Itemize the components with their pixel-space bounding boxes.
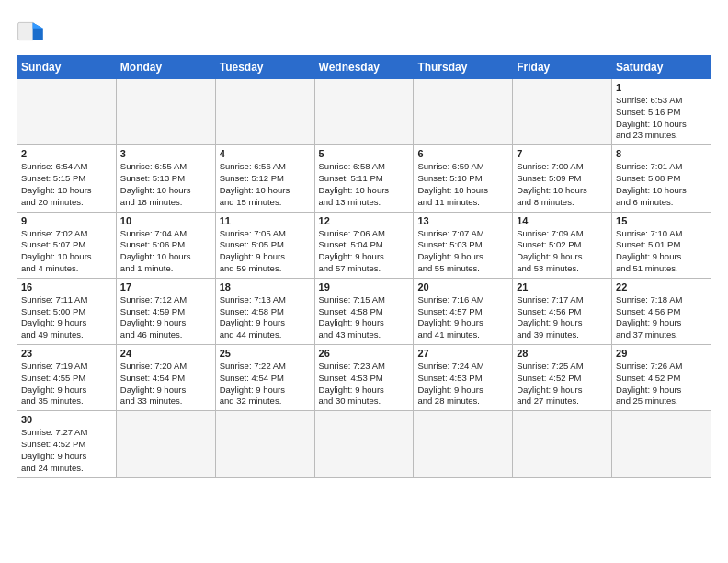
day-info: Sunrise: 7:24 AM Sunset: 4:53 PM Dayligh… [417,361,508,408]
calendar-cell [116,79,215,145]
day-info: Sunrise: 7:10 AM Sunset: 5:01 PM Dayligh… [616,228,707,275]
calendar-cell: 25Sunrise: 7:22 AM Sunset: 4:54 PM Dayli… [215,345,314,411]
day-info: Sunrise: 6:59 AM Sunset: 5:10 PM Dayligh… [417,161,508,208]
day-info: Sunrise: 7:06 AM Sunset: 5:04 PM Dayligh… [319,228,410,275]
header [17,17,711,46]
calendar-week-4: 16Sunrise: 7:11 AM Sunset: 5:00 PM Dayli… [17,278,711,344]
day-number: 17 [120,282,211,293]
day-info: Sunrise: 7:23 AM Sunset: 4:53 PM Dayligh… [319,361,410,408]
day-number: 18 [220,282,311,293]
day-number: 19 [319,282,410,293]
calendar-cell: 6Sunrise: 6:59 AM Sunset: 5:10 PM Daylig… [414,145,513,212]
day-info: Sunrise: 6:54 AM Sunset: 5:15 PM Dayligh… [21,161,112,208]
weekday-header-thursday: Thursday [414,56,513,79]
day-info: Sunrise: 6:55 AM Sunset: 5:13 PM Dayligh… [120,161,211,208]
day-number: 25 [220,348,311,359]
calendar-cell: 16Sunrise: 7:11 AM Sunset: 5:00 PM Dayli… [17,278,117,344]
weekday-header-monday: Monday [116,56,215,79]
calendar-cell: 17Sunrise: 7:12 AM Sunset: 4:59 PM Dayli… [116,278,215,344]
calendar-cell [414,79,513,145]
day-info: Sunrise: 7:20 AM Sunset: 4:54 PM Dayligh… [120,361,211,408]
weekday-header-saturday: Saturday [612,56,711,79]
calendar-cell [215,411,314,477]
calendar-cell: 15Sunrise: 7:10 AM Sunset: 5:01 PM Dayli… [612,212,711,278]
weekday-header-row: SundayMondayTuesdayWednesdayThursdayFrid… [17,56,711,79]
day-info: Sunrise: 6:58 AM Sunset: 5:11 PM Dayligh… [319,161,410,208]
calendar-cell [215,79,314,145]
calendar-cell [513,79,612,145]
day-info: Sunrise: 7:27 AM Sunset: 4:52 PM Dayligh… [21,427,112,474]
day-number: 23 [21,348,112,359]
calendar-cell [612,411,711,477]
day-info: Sunrise: 7:11 AM Sunset: 5:00 PM Dayligh… [21,294,112,341]
day-number: 8 [616,148,707,159]
calendar-cell: 19Sunrise: 7:15 AM Sunset: 4:58 PM Dayli… [314,278,414,344]
calendar-cell: 18Sunrise: 7:13 AM Sunset: 4:58 PM Dayli… [215,278,314,344]
calendar-cell [314,411,414,477]
calendar-cell: 9Sunrise: 7:02 AM Sunset: 5:07 PM Daylig… [17,212,117,278]
day-info: Sunrise: 7:26 AM Sunset: 4:52 PM Dayligh… [616,361,707,408]
day-number: 20 [417,282,508,293]
day-info: Sunrise: 7:07 AM Sunset: 5:03 PM Dayligh… [417,228,508,275]
day-number: 2 [21,148,112,159]
calendar-cell [414,411,513,477]
generalblue-logo-icon [17,17,46,46]
calendar-cell: 1Sunrise: 6:53 AM Sunset: 5:16 PM Daylig… [612,79,711,145]
calendar-cell [314,79,414,145]
day-info: Sunrise: 7:00 AM Sunset: 5:09 PM Dayligh… [517,161,608,208]
day-info: Sunrise: 7:01 AM Sunset: 5:08 PM Dayligh… [616,161,707,208]
weekday-header-friday: Friday [513,56,612,79]
day-number: 11 [220,215,311,226]
day-info: Sunrise: 7:05 AM Sunset: 5:05 PM Dayligh… [220,228,311,275]
calendar-cell: 2Sunrise: 6:54 AM Sunset: 5:15 PM Daylig… [17,145,117,212]
calendar-cell: 5Sunrise: 6:58 AM Sunset: 5:11 PM Daylig… [314,145,414,212]
day-info: Sunrise: 7:19 AM Sunset: 4:55 PM Dayligh… [21,361,112,408]
logo [17,17,50,46]
calendar-cell: 11Sunrise: 7:05 AM Sunset: 5:05 PM Dayli… [215,212,314,278]
day-info: Sunrise: 7:17 AM Sunset: 4:56 PM Dayligh… [517,294,608,341]
calendar-cell [513,411,612,477]
day-number: 13 [417,215,508,226]
day-number: 29 [616,348,707,359]
day-number: 5 [319,148,410,159]
day-info: Sunrise: 7:04 AM Sunset: 5:06 PM Dayligh… [120,228,211,275]
calendar-cell: 12Sunrise: 7:06 AM Sunset: 5:04 PM Dayli… [314,212,414,278]
day-info: Sunrise: 7:02 AM Sunset: 5:07 PM Dayligh… [21,228,112,275]
calendar-cell: 8Sunrise: 7:01 AM Sunset: 5:08 PM Daylig… [612,145,711,212]
calendar-cell: 24Sunrise: 7:20 AM Sunset: 4:54 PM Dayli… [116,345,215,411]
day-number: 10 [120,215,211,226]
weekday-header-wednesday: Wednesday [314,56,414,79]
calendar-cell: 21Sunrise: 7:17 AM Sunset: 4:56 PM Dayli… [513,278,612,344]
calendar-cell: 14Sunrise: 7:09 AM Sunset: 5:02 PM Dayli… [513,212,612,278]
day-info: Sunrise: 7:18 AM Sunset: 4:56 PM Dayligh… [616,294,707,341]
day-info: Sunrise: 6:56 AM Sunset: 5:12 PM Dayligh… [220,161,311,208]
day-number: 27 [417,348,508,359]
calendar-week-2: 2Sunrise: 6:54 AM Sunset: 5:15 PM Daylig… [17,145,711,212]
day-number: 14 [517,215,608,226]
day-number: 12 [319,215,410,226]
day-number: 30 [21,414,112,425]
calendar: SundayMondayTuesdayWednesdayThursdayFrid… [17,55,711,478]
day-number: 6 [417,148,508,159]
calendar-cell: 4Sunrise: 6:56 AM Sunset: 5:12 PM Daylig… [215,145,314,212]
page: SundayMondayTuesdayWednesdayThursdayFrid… [0,0,728,563]
day-info: Sunrise: 6:53 AM Sunset: 5:16 PM Dayligh… [616,95,707,142]
calendar-week-5: 23Sunrise: 7:19 AM Sunset: 4:55 PM Dayli… [17,345,711,411]
calendar-cell: 10Sunrise: 7:04 AM Sunset: 5:06 PM Dayli… [116,212,215,278]
day-info: Sunrise: 7:15 AM Sunset: 4:58 PM Dayligh… [319,294,410,341]
day-number: 4 [220,148,311,159]
day-info: Sunrise: 7:13 AM Sunset: 4:58 PM Dayligh… [220,294,311,341]
day-number: 9 [21,215,112,226]
calendar-cell: 23Sunrise: 7:19 AM Sunset: 4:55 PM Dayli… [17,345,117,411]
day-number: 16 [21,282,112,293]
calendar-week-1: 1Sunrise: 6:53 AM Sunset: 5:16 PM Daylig… [17,79,711,145]
day-info: Sunrise: 7:16 AM Sunset: 4:57 PM Dayligh… [417,294,508,341]
calendar-cell [116,411,215,477]
day-number: 7 [517,148,608,159]
calendar-cell: 26Sunrise: 7:23 AM Sunset: 4:53 PM Dayli… [314,345,414,411]
calendar-cell: 22Sunrise: 7:18 AM Sunset: 4:56 PM Dayli… [612,278,711,344]
day-number: 22 [616,282,707,293]
calendar-cell [17,79,117,145]
day-number: 21 [517,282,608,293]
calendar-cell: 28Sunrise: 7:25 AM Sunset: 4:52 PM Dayli… [513,345,612,411]
